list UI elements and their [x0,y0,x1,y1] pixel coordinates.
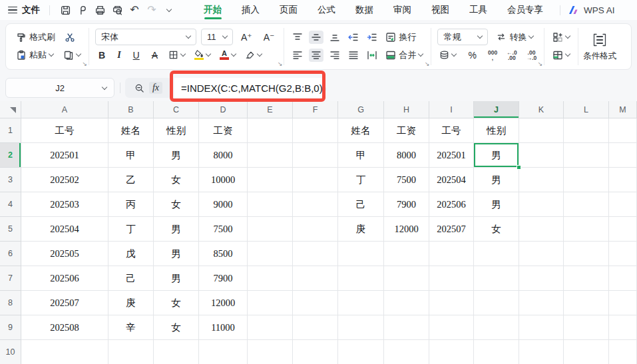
cell-C8[interactable]: 女 [154,291,199,315]
alignment-dialog-launcher-icon[interactable] [425,61,430,67]
cell-J10[interactable] [474,340,519,364]
column-header-G[interactable]: G [338,101,384,118]
cell-F1[interactable] [293,118,338,143]
column-header-J[interactable]: J [474,101,519,118]
cell-J1[interactable]: 性别 [474,118,519,143]
cell-D1[interactable]: 工资 [199,118,248,143]
italic-button[interactable]: I [114,49,124,61]
clipboard-dialog-launcher-icon[interactable] [82,61,87,67]
cell-L8[interactable] [564,291,609,315]
cell-F5[interactable] [293,217,338,242]
export-button[interactable] [74,2,91,18]
cell-C3[interactable]: 女 [154,168,199,192]
cell-J5[interactable]: 女 [474,217,519,242]
cell-A4[interactable]: 202503 [21,192,108,217]
cell-L5[interactable] [564,217,609,242]
font-name-select[interactable]: 宋体 [95,29,196,45]
cell-A1[interactable]: 工号 [21,118,108,143]
cell-M8[interactable] [609,291,637,315]
cell-G6[interactable] [338,242,384,266]
align-center-button[interactable] [309,49,323,62]
cell-M3[interactable] [609,168,637,192]
tab-tools[interactable]: 工具 [459,0,497,20]
justify-button[interactable] [346,49,361,62]
cell-A3[interactable]: 202502 [21,168,108,192]
column-header-K[interactable]: K [519,101,564,118]
insert-function-button[interactable]: fx [149,82,162,94]
bold-button[interactable]: B [95,49,108,61]
cell-J9[interactable] [474,315,519,340]
tab-member[interactable]: 会员专享 [497,0,553,20]
cell-D10[interactable] [199,340,248,364]
column-header-M[interactable]: M [609,101,637,118]
column-header-B[interactable]: B [108,101,154,118]
cell-G8[interactable] [338,291,384,315]
cell-F7[interactable] [293,266,338,291]
cell-D6[interactable]: 8500 [199,242,248,266]
cell-L9[interactable] [564,315,609,340]
row-header-10[interactable]: 10 [0,340,21,364]
cell-A7[interactable]: 202506 [21,266,108,291]
cell-M2[interactable] [609,143,637,168]
increase-indent-button[interactable] [365,31,379,44]
cell-C9[interactable]: 女 [154,315,199,340]
cell-B10[interactable] [108,340,154,364]
tab-view[interactable]: 视图 [421,0,459,20]
cell-B5[interactable]: 丁 [108,217,154,242]
copy-button[interactable] [61,49,83,62]
cell-K1[interactable] [519,118,564,143]
zoom-out-icon[interactable] [134,83,144,93]
cell-J3[interactable]: 男 [474,168,519,192]
cell-F2[interactable] [293,143,338,168]
cell-C6[interactable]: 男 [154,242,199,266]
cell-C1[interactable]: 性别 [154,118,199,143]
save-button[interactable] [57,2,74,18]
cell-D8[interactable]: 12000 [199,291,248,315]
cell-E5[interactable] [248,217,293,242]
row-header-4[interactable]: 4 [0,192,21,217]
align-top-button[interactable] [290,31,305,44]
cell-E4[interactable] [248,192,293,217]
cell-I10[interactable] [429,340,474,364]
cell-C5[interactable]: 男 [154,217,199,242]
tab-page[interactable]: 页面 [270,0,308,20]
cell-I8[interactable] [429,291,474,315]
cut-button[interactable] [63,31,77,44]
tab-formulas[interactable]: 公式 [308,0,345,20]
cell-F3[interactable] [293,168,338,192]
cell-M7[interactable] [609,266,637,291]
main-menu-icon[interactable] [8,7,17,14]
decrease-font-button[interactable]: A⁻ [260,31,278,43]
print-button[interactable] [91,2,108,18]
tab-data[interactable]: 数据 [345,0,383,20]
cell-L7[interactable] [564,266,609,291]
cell-E2[interactable] [248,143,293,168]
cell-H3[interactable]: 7500 [384,168,429,192]
column-header-E[interactable]: E [248,101,293,118]
convert-button[interactable]: 转换 [494,30,535,45]
row-header-7[interactable]: 7 [0,266,21,291]
cell-A2[interactable]: 202501 [21,143,108,168]
cell-I1[interactable]: 工号 [429,118,474,143]
cell-K10[interactable] [519,340,564,364]
cell-I2[interactable]: 202501 [429,143,474,168]
cell-H2[interactable]: 8000 [384,143,429,168]
row-header-9[interactable]: 9 [0,315,21,340]
cell-G1[interactable]: 姓名 [338,118,384,143]
cell-B8[interactable]: 庚 [108,291,154,315]
font-size-select[interactable]: 11 [201,29,233,45]
row-header-6[interactable]: 6 [0,242,21,266]
cell-D3[interactable]: 10000 [199,168,248,192]
cell-K9[interactable] [519,315,564,340]
cell-A9[interactable]: 202508 [21,315,108,340]
cell-J7[interactable] [474,266,519,291]
cell-L4[interactable] [564,192,609,217]
cell-B6[interactable]: 戊 [108,242,154,266]
formula-input[interactable]: =INDEX(C:C,MATCH(G2,B:B,0)) [174,78,322,98]
row-header-3[interactable]: 3 [0,168,21,192]
borders-button[interactable] [166,49,187,61]
cell-J4[interactable]: 男 [474,192,519,217]
undo-button[interactable]: ↶ [126,2,143,18]
cell-E7[interactable] [248,266,293,291]
cell-L6[interactable] [564,242,609,266]
